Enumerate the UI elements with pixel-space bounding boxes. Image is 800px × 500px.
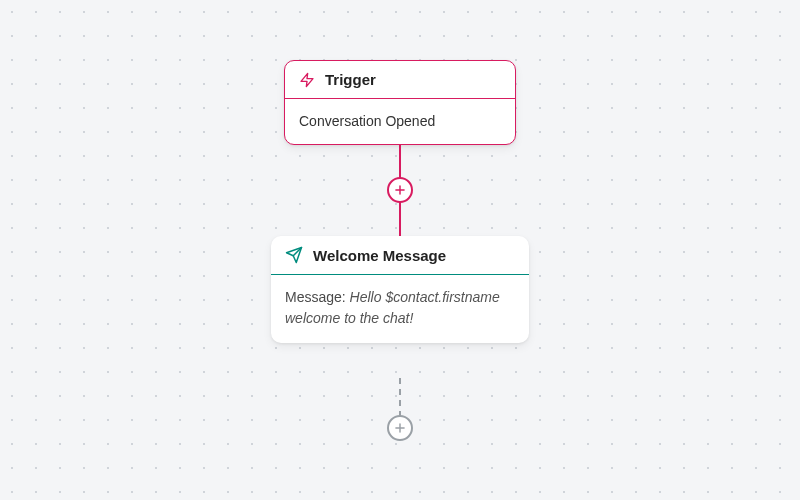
- lightning-icon: [299, 72, 315, 88]
- welcome-body: Message: Hello $contact.firstname welcom…: [271, 275, 529, 343]
- trigger-body: Conversation Opened: [285, 99, 515, 144]
- welcome-message-node[interactable]: Welcome Message Message: Hello $contact.…: [271, 236, 529, 343]
- trigger-body-text: Conversation Opened: [299, 113, 435, 129]
- welcome-title: Welcome Message: [313, 247, 446, 264]
- trigger-node-header: Trigger: [285, 61, 515, 99]
- welcome-node-header: Welcome Message: [271, 236, 529, 275]
- send-icon: [285, 246, 303, 264]
- svg-marker-0: [301, 73, 313, 86]
- trigger-node[interactable]: Trigger Conversation Opened: [284, 60, 516, 145]
- welcome-label: Message:: [285, 289, 350, 305]
- flow-canvas[interactable]: Trigger Conversation Opened Welcome Mess…: [0, 0, 800, 500]
- add-step-button-end[interactable]: [387, 415, 413, 441]
- add-step-button[interactable]: [387, 177, 413, 203]
- trigger-title: Trigger: [325, 71, 376, 88]
